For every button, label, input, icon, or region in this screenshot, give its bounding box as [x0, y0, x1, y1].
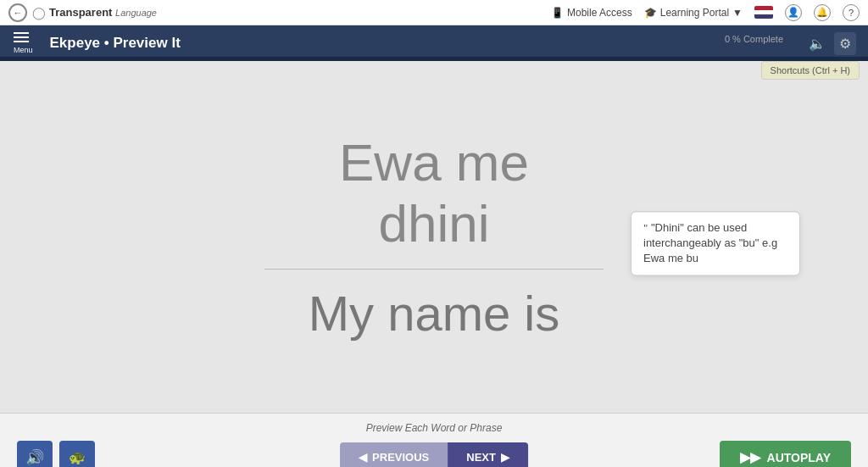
translation-text: My name is	[309, 285, 560, 342]
shortcuts-tooltip: Shortcuts (Ctrl + H)	[761, 61, 860, 80]
user-icon[interactable]: 👤	[785, 4, 802, 21]
previous-button[interactable]: ◀ PREVIOUS	[340, 442, 448, 467]
bottom-sub-label: Preview Each Word or Phrase	[366, 422, 503, 434]
menu-bar-2	[14, 36, 29, 38]
nav-buttons: ◀ PREVIOUS NEXT ▶	[340, 442, 528, 467]
volume-mute-icon[interactable]: 🔈	[809, 36, 826, 52]
info-bubble: "Dhini" can be used interchangeably as "…	[631, 211, 800, 276]
learning-portal-link[interactable]: 🎓 Learning Portal ▼	[644, 7, 743, 19]
mobile-icon: 📱	[551, 7, 564, 19]
flag-selector[interactable]	[754, 6, 773, 19]
phrase-divider	[264, 269, 604, 270]
mobile-access-link[interactable]: 📱 Mobile Access	[551, 7, 632, 19]
main-content: Ewa medhini My name is "Dhini" can be us…	[0, 61, 868, 413]
autoplay-button[interactable]: ▶▶ AUTOPLAY	[720, 441, 851, 467]
prev-arrow-icon: ◀	[359, 451, 367, 464]
next-arrow-icon: ▶	[501, 451, 509, 464]
bell-icon[interactable]: 🔔	[814, 4, 831, 21]
shortcuts-label: Shortcuts (Ctrl + H)	[771, 65, 850, 75]
menu-bar-3	[14, 41, 29, 42]
us-flag-icon	[754, 6, 773, 19]
logo-icon: ◯	[32, 6, 46, 19]
menu-button[interactable]: Menu	[8, 29, 38, 58]
menu-bar-1	[14, 32, 29, 34]
header-right-icons: 🔈 ⚙	[809, 32, 856, 55]
page-title: Ekpeye • Preview It	[50, 35, 809, 52]
back-button[interactable]: ←	[8, 3, 27, 22]
top-navigation: ← ◯ Transparent Language 📱 Mobile Access…	[0, 0, 868, 25]
settings-icon[interactable]: ⚙	[834, 32, 856, 55]
top-nav-right: 📱 Mobile Access 🎓 Learning Portal ▼ 👤 🔔 …	[551, 4, 860, 21]
tooltip-text: "Dhini" can be used interchangeably as "…	[643, 221, 777, 264]
left-buttons: 🔊 🐢	[17, 441, 95, 468]
autoplay-icon: ▶▶	[740, 449, 760, 465]
header-bar: Menu Ekpeye • Preview It 0 % Complete 🔈 …	[0, 25, 868, 61]
top-nav-left: ← ◯ Transparent Language	[8, 3, 551, 22]
bottom-bar: Preview Each Word or Phrase 🔊 🐢 ◀ PREVIO…	[0, 413, 868, 467]
logo-area: ◯ Transparent Language	[32, 6, 157, 19]
audio-button[interactable]: 🔊	[17, 441, 53, 468]
bottom-controls: 🔊 🐢 ◀ PREVIOUS NEXT ▶ ▶▶ AUTOPLAY	[17, 441, 851, 468]
graduation-icon: 🎓	[644, 7, 657, 19]
foreign-phrase: Ewa medhini	[339, 132, 529, 253]
progress-percent: 0 % Complete	[725, 34, 783, 44]
help-icon[interactable]: ?	[843, 4, 860, 21]
dropdown-arrow-icon: ▼	[732, 7, 743, 19]
slow-audio-button[interactable]: 🐢	[59, 441, 95, 468]
menu-label: Menu	[14, 46, 33, 54]
logo-text: Transparent Language	[49, 6, 157, 19]
next-button[interactable]: NEXT ▶	[448, 442, 528, 467]
